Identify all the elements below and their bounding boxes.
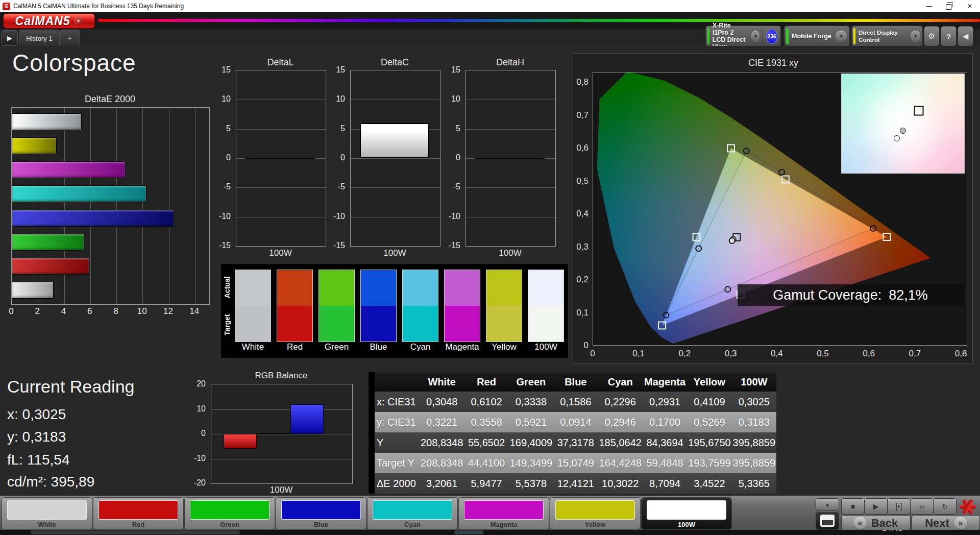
- patch-button-magenta[interactable]: Magenta: [458, 497, 549, 530]
- axis-tick-label: -10: [449, 212, 460, 221]
- calman-logo-menu[interactable]: CalMAN5 ▼: [3, 13, 95, 29]
- deltac-bar: [360, 123, 430, 158]
- meter-status-bar: [707, 28, 709, 44]
- table-cell: 44,4100: [464, 453, 508, 473]
- gridline: [351, 158, 440, 159]
- target-swatch: [486, 306, 522, 342]
- tab-history-1[interactable]: History 1: [19, 30, 60, 46]
- table-cell: 5,9477: [464, 473, 508, 494]
- axis-tick-label: -5: [338, 182, 345, 191]
- display-control-selector[interactable]: Direct Display Control ▼: [851, 26, 923, 47]
- row-label: ΔE 2000: [375, 473, 420, 494]
- tab-label: History 1: [26, 35, 52, 42]
- meter-selector[interactable]: X-Rite i1Pro 2 LCD Direct View ▼ 236: [705, 26, 781, 47]
- gridline: [351, 217, 440, 217]
- minimize-button[interactable]: [919, 0, 939, 12]
- axis-tick-label: 10: [137, 306, 147, 317]
- swatch-column-100w: [528, 270, 564, 342]
- swatch-label: White: [235, 342, 271, 352]
- chevron-right-icon: »: [954, 517, 967, 529]
- chevron-down-icon[interactable]: ▼: [911, 31, 920, 42]
- patch-button-100w[interactable]: 100W: [641, 497, 732, 530]
- target-swatch: [360, 306, 397, 342]
- table-cell: 3,2061: [420, 473, 464, 494]
- axis-tick-label: 8: [113, 306, 118, 317]
- deltal-chart: [236, 70, 326, 247]
- cie-x-axis: 00,10,20,30,40,50,60,70,8: [593, 348, 967, 359]
- table-cell: 149,3499: [509, 453, 553, 473]
- source-status-bar: [786, 28, 789, 44]
- target-swatch: [528, 306, 564, 342]
- deltah-chart: [465, 70, 556, 247]
- table-cell: 0,2946: [598, 412, 643, 432]
- patch-button-red[interactable]: Red: [93, 497, 184, 530]
- clock-text: 14:43: [882, 530, 902, 533]
- target-row-label: Target: [223, 307, 232, 343]
- collapse-panel-button[interactable]: ◀: [958, 26, 973, 46]
- patch-button-white[interactable]: White: [2, 497, 92, 530]
- bottom-bar: WhiteRedGreenBlueCyanMagentaYellow100W ▲…: [0, 495, 980, 530]
- refresh-button[interactable]: ↻: [933, 498, 957, 515]
- gamut-coverage-value: 82,1%: [889, 287, 928, 303]
- axis-tick-label: 0: [456, 153, 460, 162]
- pattern-window-button[interactable]: [816, 511, 839, 530]
- axis-tick-label: 0,1: [632, 349, 645, 359]
- stop-button[interactable]: ■: [841, 498, 865, 515]
- next-button[interactable]: Next »: [912, 515, 980, 531]
- rgb-balance-title: RGB Balance: [211, 371, 352, 381]
- axis-tick-label: 0,7: [576, 110, 589, 120]
- row-label: x: CIE31: [375, 392, 420, 412]
- table-cell: 55,6502: [464, 432, 508, 453]
- expand-panel-button[interactable]: ▲: [816, 498, 839, 510]
- row-label: Target Y: [375, 453, 420, 473]
- axis-tick-label: 2: [35, 306, 40, 317]
- table-cell: 15,0749: [553, 453, 598, 473]
- display-control-name: Direct Display Control: [859, 29, 911, 43]
- row-label: y: CIE31: [375, 412, 420, 432]
- patch-label: Yellow: [550, 521, 640, 528]
- row-strip: [369, 453, 375, 473]
- deltae-bar-red: [12, 258, 89, 275]
- column-header-cyan: Cyan: [598, 372, 643, 392]
- gridline: [236, 187, 326, 188]
- bottom-scrollbar[interactable]: 14:43: [0, 530, 980, 535]
- axis-tick-label: 0,5: [576, 176, 589, 186]
- patch-button-yellow[interactable]: Yellow: [550, 497, 641, 530]
- frame-button[interactable]: [•]: [887, 498, 911, 515]
- table-header-row: WhiteRedGreenBlueCyanMagentaYellow100W: [369, 372, 776, 392]
- row-strip: [369, 473, 375, 494]
- row-strip: [369, 392, 375, 412]
- scrollbar-thumb[interactable]: [31, 530, 240, 534]
- table-cell: 164,4248: [598, 453, 643, 473]
- add-tab-button[interactable]: +: [60, 30, 80, 46]
- chevron-down-icon[interactable]: ▼: [751, 31, 760, 42]
- target-swatch: [402, 306, 438, 342]
- table-row: y: CIE310,32210,35580,59210,09140,29460,…: [369, 412, 776, 432]
- table-cell: 0,3048: [420, 392, 464, 412]
- deltac-y-axis: 151050-5-10-15: [330, 70, 347, 246]
- loop-button[interactable]: ∞: [910, 498, 934, 515]
- patch-button-blue[interactable]: Blue: [276, 497, 366, 530]
- axis-tick-label: 0: [226, 153, 231, 162]
- help-button[interactable]: ?: [941, 26, 957, 46]
- back-button[interactable]: « Back: [841, 515, 911, 531]
- axis-tick-label: -10: [219, 212, 231, 221]
- axis-tick-label: 5: [456, 124, 460, 133]
- source-name: Mobile Forge: [792, 33, 831, 40]
- restore-icon: [946, 4, 951, 10]
- close-button[interactable]: ✕: [960, 0, 980, 12]
- chevron-down-icon[interactable]: ▼: [836, 31, 847, 42]
- play-button[interactable]: ▶: [864, 498, 888, 515]
- source-selector[interactable]: Mobile Forge ▼: [784, 26, 850, 47]
- patch-button-cyan[interactable]: Cyan: [367, 497, 458, 530]
- patch-label: Magenta: [459, 521, 549, 528]
- table-cell: 0,6102: [464, 392, 508, 412]
- axis-tick-label: 0,5: [817, 349, 829, 359]
- tab-scroll-button[interactable]: ▶: [2, 30, 18, 46]
- restore-button[interactable]: [939, 0, 960, 12]
- arrow-right-icon: ▶: [7, 34, 12, 42]
- settings-button[interactable]: ⚙: [924, 26, 940, 46]
- table-cell: 0,3221: [420, 412, 464, 432]
- patch-button-green[interactable]: Green: [184, 497, 275, 530]
- axis-tick-label: 5: [226, 124, 231, 133]
